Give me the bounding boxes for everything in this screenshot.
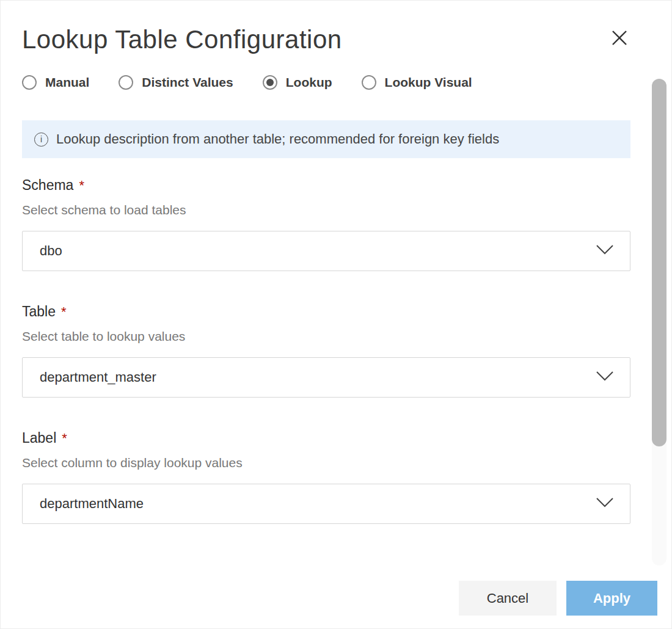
radio-label: Lookup Visual xyxy=(385,75,472,90)
radio-circle-icon xyxy=(362,75,376,90)
chevron-down-icon xyxy=(596,371,614,384)
schema-field-label: Schema xyxy=(22,177,73,194)
scrollbar-track[interactable] xyxy=(652,79,667,565)
radio-manual[interactable]: Manual xyxy=(22,75,89,90)
radio-circle-icon xyxy=(119,75,133,90)
radio-circle-icon xyxy=(263,75,277,90)
radio-circle-icon xyxy=(22,75,37,90)
schema-field-group: Schema * Select schema to load tables db… xyxy=(22,177,630,271)
dialog-content: Lookup Table Configuration Manual Distin… xyxy=(1,25,671,524)
info-banner-text: Lookup description from another table; r… xyxy=(56,131,499,147)
table-select-value: department_master xyxy=(40,369,156,385)
table-field-hint: Select table to lookup values xyxy=(22,329,630,344)
cancel-button[interactable]: Cancel xyxy=(459,581,557,616)
page-title: Lookup Table Configuration xyxy=(22,25,342,54)
lookup-table-configuration-dialog: { "dialog": { "title": "Lookup Table Con… xyxy=(0,0,672,629)
radio-label: Lookup xyxy=(286,75,332,90)
label-field-label: Label xyxy=(22,430,56,446)
label-select[interactable]: departmentName xyxy=(22,484,630,524)
label-select-value: departmentName xyxy=(40,496,144,512)
required-asterisk: * xyxy=(62,431,67,446)
close-icon xyxy=(610,29,629,49)
dialog-header: Lookup Table Configuration xyxy=(22,25,630,54)
label-field-group: Label * Select column to display lookup … xyxy=(22,430,630,524)
radio-lookup-visual[interactable]: Lookup Visual xyxy=(362,75,472,90)
table-field-label: Table xyxy=(22,304,56,320)
info-icon: i xyxy=(34,133,48,147)
schema-field-hint: Select schema to load tables xyxy=(22,203,630,217)
radio-label: Manual xyxy=(45,75,89,90)
required-asterisk: * xyxy=(79,178,84,194)
label-field-hint: Select column to display lookup values xyxy=(22,456,630,470)
scrollbar-thumb[interactable] xyxy=(652,79,667,446)
close-button[interactable] xyxy=(608,27,630,49)
info-banner: i Lookup description from another table;… xyxy=(22,120,630,158)
radio-distinct-values[interactable]: Distinct Values xyxy=(119,75,233,90)
schema-select[interactable]: dbo xyxy=(22,231,630,271)
table-select[interactable]: department_master xyxy=(22,357,630,398)
radio-label: Distinct Values xyxy=(142,75,233,90)
table-field-group: Table * Select table to lookup values de… xyxy=(22,304,630,398)
dialog-footer: Cancel Apply xyxy=(459,581,657,616)
chevron-down-icon xyxy=(596,497,614,511)
chevron-down-icon xyxy=(596,244,614,258)
mode-radio-group: Manual Distinct Values Lookup Lookup Vis… xyxy=(22,75,630,90)
radio-lookup[interactable]: Lookup xyxy=(263,75,332,90)
required-asterisk: * xyxy=(61,304,67,320)
schema-select-value: dbo xyxy=(40,243,62,259)
apply-button[interactable]: Apply xyxy=(566,581,657,616)
